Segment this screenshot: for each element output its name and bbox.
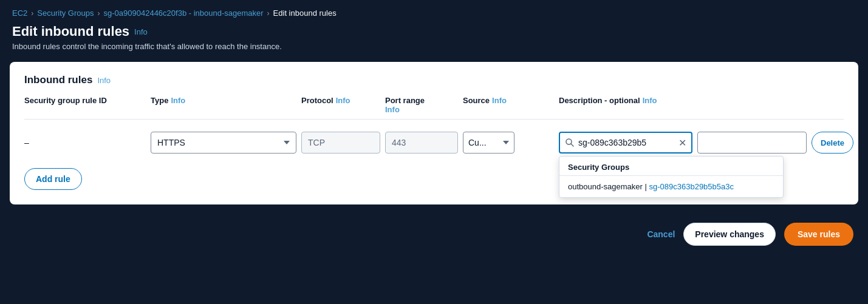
breadcrumb-sep-3: › bbox=[267, 9, 270, 18]
search-and-description: sg-089c363b29b5 ✕ Security Groups outbou… bbox=[559, 132, 807, 154]
source-dropdown[interactable]: Cu... bbox=[463, 132, 514, 154]
source-search-input[interactable]: sg-089c363b29b5 ✕ bbox=[559, 132, 692, 154]
preview-changes-button[interactable]: Preview changes bbox=[683, 223, 776, 246]
type-select-wrapper: HTTPS bbox=[151, 132, 296, 154]
source-chevron-icon bbox=[503, 141, 509, 144]
col-source-info[interactable]: Info bbox=[492, 96, 507, 105]
add-rule-button[interactable]: Add rule bbox=[24, 168, 82, 190]
card-title: Inbound rules bbox=[24, 74, 92, 86]
footer-actions: Cancel Preview changes Save rules bbox=[0, 214, 868, 254]
col-type: Type Info bbox=[151, 96, 296, 114]
save-rules-button[interactable]: Save rules bbox=[784, 223, 853, 246]
breadcrumb-sg-link[interactable]: sg-0a909042446c20f3b - inbound-sagemaker bbox=[104, 8, 264, 18]
breadcrumb-sep-2: › bbox=[98, 9, 100, 18]
description-input[interactable] bbox=[697, 132, 807, 154]
col-rule-id: Security group rule ID bbox=[24, 96, 146, 114]
suggestion-item[interactable]: outbound-sagemaker | sg-089c363b29b5b5a3… bbox=[559, 176, 783, 197]
page-info-link[interactable]: Info bbox=[134, 27, 148, 36]
search-value: sg-089c363b29b5 bbox=[578, 138, 675, 147]
suggestion-item-name: outbound-sagemaker bbox=[568, 182, 643, 191]
delete-button[interactable]: Delete bbox=[812, 132, 853, 154]
port-input: 443 bbox=[385, 132, 458, 154]
card-title-row: Inbound rules Info bbox=[24, 74, 844, 86]
search-icon bbox=[565, 138, 575, 147]
suggestion-dropdown: Security Groups outbound-sagemaker | sg-… bbox=[559, 156, 784, 198]
col-protocol: Protocol Info bbox=[301, 96, 380, 114]
clear-search-button[interactable]: ✕ bbox=[678, 137, 686, 149]
rule-id-cell: – bbox=[24, 132, 146, 147]
col-description-info[interactable]: Info bbox=[643, 96, 657, 105]
type-chevron-icon bbox=[284, 141, 290, 144]
type-select[interactable]: HTTPS bbox=[151, 132, 296, 154]
page-title-row: Edit inbound rules Info bbox=[12, 24, 856, 39]
table-header: Security group rule ID Type Info Protoco… bbox=[24, 96, 844, 120]
col-description: Description - optional Info bbox=[559, 96, 766, 114]
breadcrumb: EC2 › Security Groups › sg-0a909042446c2… bbox=[12, 8, 856, 18]
suggestion-item-id[interactable]: sg-089c363b29b5b5a3c bbox=[649, 182, 734, 191]
suggestion-header: Security Groups bbox=[559, 157, 783, 176]
col-source: Source Info bbox=[463, 96, 554, 114]
page-subtitle: Inbound rules control the incoming traff… bbox=[12, 42, 856, 51]
table-row: – HTTPS TCP 443 Cu... bbox=[24, 127, 844, 158]
type-value: HTTPS bbox=[157, 138, 185, 147]
col-port-info[interactable]: Info bbox=[385, 105, 400, 114]
breadcrumb-security-groups[interactable]: Security Groups bbox=[37, 8, 94, 18]
page-title: Edit inbound rules bbox=[12, 24, 129, 39]
col-port-range: Port range Info bbox=[385, 96, 458, 114]
main-card: Inbound rules Info Security group rule I… bbox=[10, 62, 858, 204]
source-short-value: Cu... bbox=[468, 138, 487, 147]
source-wrapper: Cu... bbox=[463, 132, 554, 154]
svg-line-1 bbox=[571, 144, 573, 146]
breadcrumb-sep-1: › bbox=[31, 9, 33, 18]
breadcrumb-ec2[interactable]: EC2 bbox=[12, 8, 27, 18]
delete-cell: Delete bbox=[812, 132, 868, 154]
col-type-info[interactable]: Info bbox=[171, 96, 185, 105]
protocol-input: TCP bbox=[301, 132, 380, 154]
col-protocol-info[interactable]: Info bbox=[336, 96, 350, 105]
col-actions bbox=[771, 96, 844, 114]
breadcrumb-current: Edit inbound rules bbox=[273, 8, 337, 18]
cancel-button[interactable]: Cancel bbox=[647, 229, 675, 239]
card-info-link[interactable]: Info bbox=[97, 76, 111, 85]
